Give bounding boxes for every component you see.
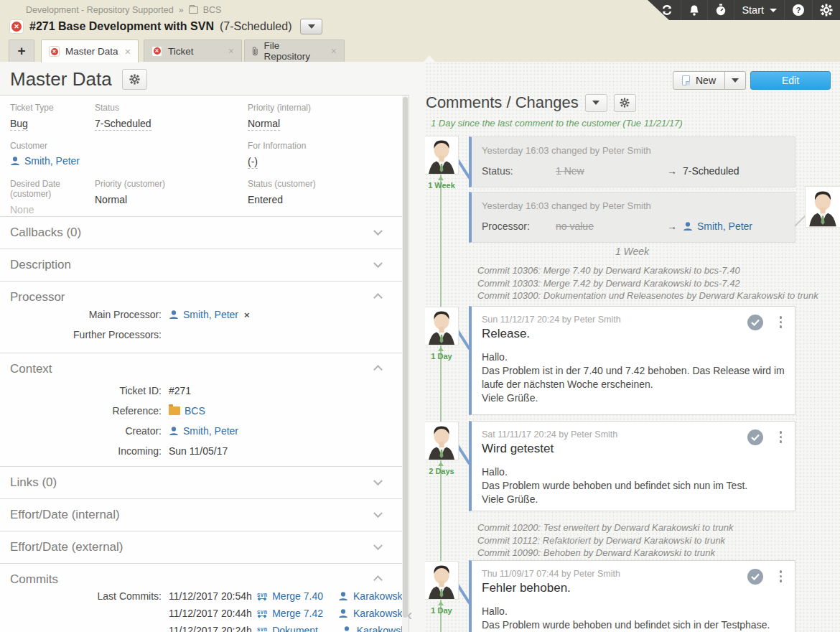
chevron-down-icon[interactable] — [373, 476, 383, 485]
breadcrumb[interactable]: Development - Repository Supported » BCS — [26, 5, 221, 15]
timeline-arrow-icon — [438, 347, 444, 351]
comment-line: Hallo. — [482, 350, 785, 364]
close-icon[interactable]: × — [125, 46, 131, 57]
timeline-arrow-icon — [438, 176, 444, 180]
chevron-down-icon[interactable] — [373, 508, 383, 518]
settings-button[interactable] — [812, 0, 840, 20]
tab-ticket[interactable]: ✕ Ticket × — [144, 40, 242, 62]
commit-user-link[interactable]: Karakowsk... — [353, 608, 409, 619]
ticket-actions-dropdown[interactable] — [300, 19, 322, 34]
processor-link[interactable]: Smith, Peter — [697, 220, 752, 232]
section-title: Description — [10, 258, 71, 272]
avatar[interactable] — [425, 562, 458, 599]
kebab-menu-icon[interactable] — [780, 431, 783, 443]
section-commits[interactable]: Commits Last Commits: 11/12/2017 20:54h … — [0, 563, 403, 632]
panel-pointer — [424, 55, 435, 62]
avatar[interactable] — [425, 307, 458, 345]
section-title: Links (0) — [10, 475, 57, 490]
refresh-button[interactable] — [653, 0, 681, 20]
breadcrumb-path[interactable]: Development - Repository Supported — [26, 5, 174, 15]
comments-filter-dropdown[interactable] — [585, 94, 607, 112]
top-header: Development - Repository Supported » BCS — [0, 0, 840, 40]
ticket-type-value[interactable]: Bug — [10, 118, 28, 131]
section-effort-internal[interactable]: Effort/Date (internal) — [0, 498, 403, 531]
tab-file-repository[interactable]: File Repository × — [244, 40, 345, 62]
priority-internal-value[interactable]: Normal — [248, 118, 280, 131]
comments-settings-button[interactable] — [614, 94, 636, 112]
commit-link[interactable]: Merge 7.42 — [272, 608, 323, 619]
help-button[interactable]: ? — [784, 0, 812, 20]
for-information-value[interactable]: (-) — [248, 156, 258, 169]
avatar[interactable] — [425, 136, 458, 174]
commit-user-link[interactable]: Karakowsk... — [357, 625, 409, 632]
ticket-title-row: ✕ #271 Base Development with SVN (7-Sche… — [9, 19, 322, 34]
section-effort-external[interactable]: Effort/Date (external) — [0, 531, 403, 563]
commit-link[interactable]: Dokument... — [272, 625, 326, 632]
avatar[interactable] — [425, 422, 458, 460]
last-commits-label: Last Commits: — [0, 590, 162, 602]
section-title: Commits — [10, 572, 58, 587]
scrollbar-thumb[interactable] — [403, 97, 408, 618]
chevron-down-icon[interactable] — [373, 259, 383, 268]
comment-line: Viele Grüße. — [482, 391, 785, 405]
new-button[interactable]: New — [673, 71, 725, 90]
comment-header: Sun 11/12/17 20:24 by Peter Smith — [482, 315, 785, 325]
section-links[interactable]: Links (0) — [0, 466, 403, 498]
remove-icon[interactable]: × — [244, 310, 250, 320]
folder-icon — [169, 406, 180, 415]
main-processor-link[interactable]: Smith, Peter — [183, 309, 238, 320]
breadcrumb-separator: » — [179, 5, 184, 15]
section-description[interactable]: Description — [0, 248, 403, 281]
master-data-settings-button[interactable] — [122, 69, 147, 90]
edit-button[interactable]: Edit — [750, 71, 831, 90]
commit-date: 11/12/2017 20:24h — [169, 625, 252, 632]
section-callbacks[interactable]: Callbacks (0) — [0, 216, 403, 248]
chevron-up-icon[interactable] — [373, 365, 383, 374]
new-tab-button[interactable]: + — [9, 40, 34, 62]
tab-master-data[interactable]: ✕ Master Data × — [41, 40, 139, 62]
comment-title: Release. — [482, 327, 785, 341]
check-circle-icon[interactable] — [747, 315, 763, 330]
comment-body: Hallo. Das Problem wurde behoben und bef… — [482, 605, 785, 632]
chevron-down-icon — [592, 101, 599, 105]
start-menu-label: Start — [742, 4, 764, 16]
field-label: Priority (internal) — [248, 103, 391, 113]
start-menu-button[interactable]: Start — [734, 0, 784, 20]
reference-link[interactable]: BCS — [185, 405, 205, 417]
check-circle-icon[interactable] — [747, 569, 763, 585]
kebab-menu-icon[interactable] — [780, 316, 783, 328]
notifications-button[interactable] — [681, 0, 707, 20]
chevron-down-icon[interactable] — [373, 541, 383, 550]
chevron-up-icon[interactable] — [373, 575, 383, 585]
creator-link[interactable]: Smith, Peter — [183, 425, 238, 437]
customer-link[interactable]: Smith, Peter — [10, 155, 80, 167]
section-context[interactable]: Context Ticket ID: #271 Reference: BCS C… — [0, 353, 403, 466]
section-processor[interactable]: Processor Main Processor: Smith, Peter ×… — [0, 281, 403, 353]
change-old-value: 1 New — [556, 165, 667, 177]
avatar[interactable] — [806, 187, 840, 227]
ticket-red-icon: ✕ — [9, 19, 24, 34]
close-icon[interactable]: × — [331, 45, 337, 57]
tab-label: Ticket — [168, 46, 194, 57]
change-field: Processor: — [482, 220, 556, 232]
close-icon[interactable]: × — [228, 45, 234, 57]
ticket-red-icon: ✕ — [49, 46, 60, 57]
breadcrumb-current[interactable]: BCS — [203, 5, 222, 15]
person-icon — [338, 608, 348, 618]
tab-label: Master Data — [65, 46, 118, 57]
status-value[interactable]: 7-Scheduled — [95, 118, 151, 131]
check-circle-icon[interactable] — [747, 429, 763, 445]
commit-link[interactable]: Merge 7.40 — [272, 590, 323, 602]
chevron-up-icon[interactable] — [373, 293, 383, 302]
comment-line: Das Problem wurde behoben und befindet s… — [482, 479, 785, 493]
chevron-down-icon[interactable] — [373, 226, 383, 236]
kebab-menu-icon[interactable] — [780, 570, 783, 582]
new-dropdown-button[interactable] — [725, 71, 746, 90]
commit-user-link[interactable]: Karakowsk... — [353, 590, 409, 602]
person-icon — [169, 310, 179, 320]
elapsed-label: 2 Days — [425, 467, 458, 475]
global-toolbar: Start ? — [648, 0, 840, 20]
scrollbar[interactable] — [402, 96, 409, 632]
panel-splitter-collapse[interactable]: ‹ — [407, 606, 412, 625]
timer-button[interactable] — [707, 0, 734, 20]
